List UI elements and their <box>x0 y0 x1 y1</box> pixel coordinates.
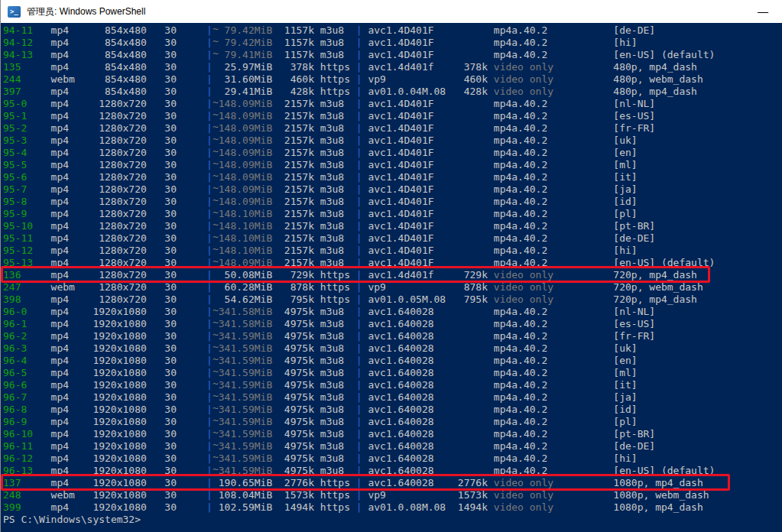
format-tbr: 2157k <box>284 122 314 135</box>
format-row-96-11: 96-11mp41920x108030|~341.59MiB4975km3u8|… <box>1 440 782 453</box>
format-tbr: 729k <box>290 269 314 281</box>
format-ext: webm <box>51 73 75 86</box>
column-delimiter-icon: | <box>206 501 213 514</box>
approx-tilde-icon: ~ <box>213 133 219 145</box>
format-id: 94-11 <box>3 24 33 37</box>
format-row-95-12: 95-12mp41280x72030|~148.10MiB2157km3u8|a… <box>1 245 782 257</box>
powershell-window: >_ 管理员: Windows PowerShell — 94-11mp4854… <box>0 0 782 532</box>
format-id: 136 <box>3 269 21 281</box>
format-vcodec: avc1.4D401F <box>368 24 433 37</box>
format-tbr: 4975k <box>284 367 314 379</box>
column-delimiter-icon: | <box>206 342 213 355</box>
terminal-output[interactable]: 94-11mp4854x48030|~79.42MiB1157km3u8|avc… <box>1 23 782 532</box>
format-vcodec: av01.0.04M.08 <box>368 86 446 98</box>
format-filesize: 148.09MiB <box>219 135 272 147</box>
format-vcodec: avc1.640028 <box>368 318 433 330</box>
format-acodec: mp4a.40.2 <box>494 135 547 147</box>
format-proto: m3u8 <box>320 232 344 245</box>
format-acodec: mp4a.40.2 <box>494 318 547 330</box>
format-ext: mp4 <box>51 159 69 171</box>
column-delimiter-icon: | <box>356 61 362 73</box>
format-fps: 30 <box>164 135 177 147</box>
column-delimiter-icon: | <box>206 110 213 122</box>
format-row-397: 397mp4854x48030|29.41MiB428khttps|av01.0… <box>1 86 782 98</box>
column-delimiter-icon: | <box>206 257 213 269</box>
format-fps: 30 <box>164 73 177 86</box>
format-filesize: 341.59MiB <box>219 330 272 342</box>
format-acodec: mp4a.40.2 <box>494 196 547 208</box>
column-delimiter-icon: | <box>356 86 362 98</box>
format-id: 96-12 <box>3 453 33 465</box>
format-ext: mp4 <box>51 355 69 367</box>
format-vbr: 460k <box>464 73 488 86</box>
format-acodec: mp4a.40.2 <box>494 391 547 404</box>
approx-tilde-icon: ~ <box>213 341 219 353</box>
format-id: 95-2 <box>3 122 27 135</box>
format-resolution: 1280x720 <box>99 110 147 122</box>
format-proto: m3u8 <box>320 428 344 440</box>
format-resolution: 1920x1080 <box>92 379 146 391</box>
format-tbr: 2157k <box>284 257 314 269</box>
format-more-info: [nl-NL] <box>613 306 655 318</box>
format-ext: mp4 <box>51 183 69 196</box>
format-acodec: mp4a.40.2 <box>494 122 547 135</box>
format-proto: m3u8 <box>320 453 344 465</box>
format-vbr: 795k <box>464 294 488 306</box>
approx-tilde-icon: ~ <box>213 353 219 365</box>
column-delimiter-icon: | <box>206 367 213 379</box>
format-acodec: video only <box>494 501 553 514</box>
column-delimiter-icon: | <box>356 183 362 196</box>
format-proto: https <box>320 281 350 294</box>
format-id: 96-2 <box>3 330 27 342</box>
format-vcodec: avc1.640028 <box>368 404 433 416</box>
format-id: 95-7 <box>3 183 27 196</box>
format-vcodec: avc1.4D401F <box>368 208 433 220</box>
format-filesize: 79.41MiB <box>225 49 273 61</box>
format-id: 95-3 <box>3 135 27 147</box>
format-id: 135 <box>3 61 21 73</box>
format-acodec: video only <box>494 489 553 501</box>
format-proto: https <box>320 294 350 306</box>
column-delimiter-icon: | <box>206 122 213 135</box>
format-tbr: 2157k <box>284 196 314 208</box>
format-acodec: mp4a.40.2 <box>494 330 547 342</box>
format-resolution: 854x480 <box>105 61 147 73</box>
format-id: 95-1 <box>3 110 27 122</box>
prompt-line[interactable]: PS C:\Windows\system32> <box>1 514 782 526</box>
format-ext: webm <box>51 489 75 501</box>
column-delimiter-icon: | <box>206 269 213 281</box>
column-delimiter-icon: | <box>356 330 362 342</box>
format-tbr: 1494k <box>284 501 314 514</box>
format-row-96-3: 96-3mp41920x108030|~341.59MiB4975km3u8|a… <box>1 342 782 355</box>
approx-tilde-icon: ~ <box>213 121 219 133</box>
format-filesize: 148.09MiB <box>219 257 272 269</box>
format-filesize: 341.59MiB <box>219 404 272 416</box>
format-fps: 30 <box>164 404 177 416</box>
format-proto: m3u8 <box>320 208 344 220</box>
format-fps: 30 <box>164 171 177 183</box>
format-fps: 30 <box>164 440 177 453</box>
format-row-96-12: 96-12mp41920x108030|~341.59MiB4975km3u8|… <box>1 453 782 465</box>
format-row-95-4: 95-4mp41280x72030|~148.09MiB2157km3u8|av… <box>1 147 782 159</box>
format-row-94-12: 94-12mp4854x48030|~79.42MiB1157km3u8|avc… <box>1 37 782 49</box>
format-row-244: 244webm854x48030|31.60MiB460khttps|vp946… <box>1 73 782 86</box>
format-id: 95-5 <box>3 159 27 171</box>
format-filesize: 341.59MiB <box>219 355 272 367</box>
column-delimiter-icon: | <box>356 318 362 330</box>
format-ext: mp4 <box>51 453 69 465</box>
approx-tilde-icon: ~ <box>213 23 219 35</box>
format-vcodec: avc1.640028 <box>368 477 433 489</box>
column-delimiter-icon: | <box>356 232 362 245</box>
format-ext: mp4 <box>51 294 69 306</box>
format-vcodec: avc1.4D401F <box>368 147 433 159</box>
format-resolution: 1920x1080 <box>92 342 146 355</box>
format-vcodec: avc1.4D401F <box>368 110 433 122</box>
format-id: 95-9 <box>3 208 27 220</box>
format-proto: m3u8 <box>320 306 344 318</box>
format-id: 95-10 <box>3 220 33 232</box>
minimize-button[interactable]: — <box>751 0 774 23</box>
format-vbr: 1494k <box>458 501 488 514</box>
column-delimiter-icon: | <box>356 208 362 220</box>
format-ext: mp4 <box>51 245 69 257</box>
format-row-95-2: 95-2mp41280x72030|~148.09MiB2157km3u8|av… <box>1 122 782 135</box>
